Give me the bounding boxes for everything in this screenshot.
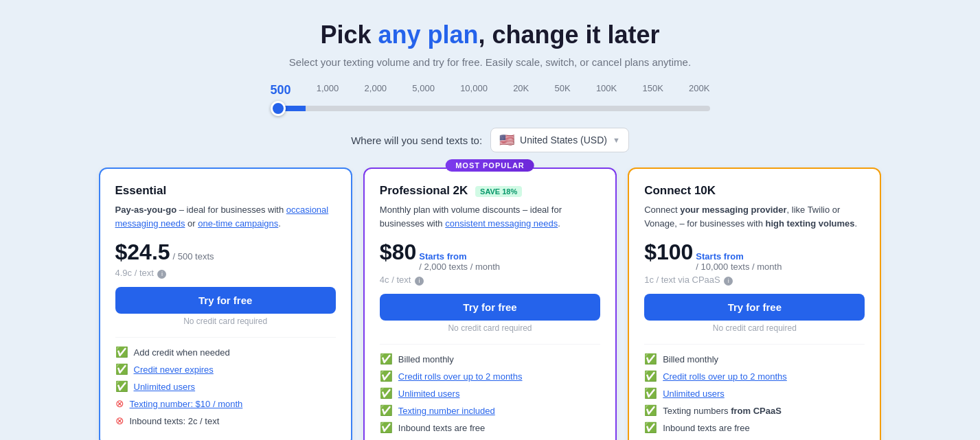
slider-label-5000: 5,000 — [412, 83, 435, 97]
professional-no-credit: No credit card required — [380, 323, 600, 333]
check-icon: ✅ — [115, 380, 128, 393]
essential-price-row: $24.5 / 500 texts — [115, 240, 336, 265]
card-essential-name: Essential — [115, 184, 336, 198]
country-selector[interactable]: 🇺🇸 United States (USD) ▼ — [490, 128, 629, 152]
title-plain: Pick — [320, 21, 378, 49]
professional-price-suffix: Starts from/ 2,000 texts / month — [419, 251, 500, 272]
check-icon: ✅ — [644, 370, 657, 382]
check-icon: ✅ — [644, 404, 657, 417]
cross-icon: ⊗ — [115, 397, 124, 410]
popular-badge: MOST POPULAR — [446, 159, 534, 172]
card-essential-desc: Pay-as-you-go – ideal for businesses wit… — [115, 203, 336, 230]
feature-label: Unlimited users — [663, 389, 725, 399]
check-icon: ✅ — [644, 421, 657, 434]
feature-credit-rolls: ✅ Credit rolls over up to 2 months — [380, 370, 600, 382]
title-highlight: any plan — [378, 21, 478, 49]
feature-label: Texting number included — [398, 406, 495, 416]
slider-label-20k: 20K — [513, 83, 529, 97]
page-title: Pick any plan, change it later — [320, 21, 659, 49]
feature-billed-monthly: ✅ Billed monthly — [380, 353, 600, 365]
connect-no-credit: No credit card required — [644, 323, 865, 333]
slider-label-2000: 2,000 — [365, 83, 387, 97]
essential-try-button[interactable]: Try for free — [115, 287, 336, 314]
feature-inbound-texts: ⊗ Inbound texts: 2c / text — [115, 415, 336, 427]
info-icon[interactable]: i — [157, 270, 166, 279]
destination-row: Where will you send texts to: 🇺🇸 United … — [351, 128, 629, 152]
feature-label: Unlimited users — [134, 382, 196, 392]
card-professional: MOST POPULAR Professional 2K SAVE 18% Mo… — [363, 167, 617, 440]
check-icon: ✅ — [380, 421, 393, 434]
info-icon[interactable]: i — [415, 277, 424, 286]
slider-label-100k: 100K — [596, 83, 617, 97]
slider-label-150k: 150K — [642, 83, 663, 97]
slider-label-500: 500 — [271, 83, 291, 97]
feature-unlimited-users: ✅ Unlimited users — [644, 387, 865, 400]
connect-price: $100 — [644, 240, 693, 265]
pricing-cards: Essential Pay-as-you-go – ideal for busi… — [99, 167, 882, 440]
check-icon: ✅ — [644, 387, 657, 400]
essential-price-suffix: / 500 texts — [173, 251, 214, 262]
feature-inbound-free: ✅ Inbound texts are free — [380, 421, 600, 434]
slider-labels: 500 1,000 2,000 5,000 10,000 20K 50K 100… — [271, 83, 710, 97]
professional-price: $80 — [380, 240, 416, 265]
connect-price-row: $100 Starts from/ 10,000 texts / month — [644, 240, 865, 272]
country-name: United States (USD) — [520, 135, 607, 146]
feature-label: Inbound texts are free — [398, 423, 485, 433]
feature-label: Texting number: $10 / month — [130, 399, 243, 409]
check-icon: ✅ — [115, 346, 128, 358]
feature-label: Inbound texts are free — [663, 423, 749, 433]
feature-texting-numbers-cpaas: ✅ Texting numbers from CPaaS — [644, 404, 865, 417]
save-badge: SAVE 18% — [475, 186, 522, 197]
feature-label: Credit rolls over up to 2 months — [398, 371, 523, 382]
check-icon: ✅ — [380, 353, 393, 365]
feature-label: Credit rolls over up to 2 months — [663, 371, 787, 382]
feature-label: Billed monthly — [663, 354, 718, 364]
check-icon: ✅ — [115, 363, 128, 375]
feature-label: Texting numbers from CPaaS — [663, 406, 782, 416]
divider — [380, 344, 600, 345]
chevron-down-icon: ▼ — [613, 136, 620, 144]
feature-label: Billed monthly — [398, 354, 454, 364]
connect-price-suffix: Starts from/ 10,000 texts / month — [696, 251, 782, 272]
essential-per-text: 4.9c / text i — [115, 268, 336, 279]
check-icon: ✅ — [380, 404, 393, 417]
feature-credit-rolls: ✅ Credit rolls over up to 2 months — [644, 370, 865, 382]
subtitle: Select your texting volume and try for f… — [289, 56, 691, 68]
slider-label-1000: 1,000 — [317, 83, 339, 97]
essential-price: $24.5 — [115, 240, 170, 265]
cross-icon: ⊗ — [115, 415, 124, 427]
feature-texting-number: ⊗ Texting number: $10 / month — [115, 397, 336, 410]
volume-slider[interactable] — [271, 106, 710, 111]
feature-inbound-free: ✅ Inbound texts are free — [644, 421, 865, 434]
check-icon: ✅ — [644, 353, 657, 365]
feature-unlimited-users: ✅ Unlimited users — [380, 387, 600, 400]
feature-label: Credit never expires — [134, 364, 214, 375]
connect-try-button[interactable]: Try for free — [644, 294, 865, 321]
volume-slider-section: 500 1,000 2,000 5,000 10,000 20K 50K 100… — [257, 83, 724, 114]
feature-label: Inbound texts: 2c / text — [130, 416, 220, 426]
professional-try-button[interactable]: Try for free — [380, 294, 600, 321]
slider-label-10000: 10,000 — [460, 83, 488, 97]
card-professional-name: Professional 2K SAVE 18% — [380, 184, 600, 198]
professional-per-text: 4c / text i — [380, 275, 600, 286]
essential-no-credit: No credit card required — [115, 316, 336, 326]
check-icon: ✅ — [380, 387, 393, 400]
card-connect-name: Connect 10K — [644, 184, 865, 198]
feature-unlimited-users: ✅ Unlimited users — [115, 380, 336, 393]
feature-add-credit: ✅ Add credit when needed — [115, 346, 336, 358]
card-essential: Essential Pay-as-you-go – ideal for busi… — [99, 167, 352, 440]
title-rest: , change it later — [479, 21, 660, 49]
destination-label: Where will you send texts to: — [351, 135, 482, 146]
professional-price-row: $80 Starts from/ 2,000 texts / month — [380, 240, 600, 272]
info-icon[interactable]: i — [724, 277, 733, 286]
feature-texting-number-included: ✅ Texting number included — [380, 404, 600, 417]
slider-label-200k: 200K — [689, 83, 709, 97]
flag-icon: 🇺🇸 — [499, 132, 514, 148]
slider-container — [271, 102, 710, 114]
feature-label: Add credit when needed — [134, 347, 230, 358]
feature-label: Unlimited users — [398, 389, 460, 399]
card-connect: Connect 10K Connect your messaging provi… — [628, 167, 881, 440]
card-professional-desc: Monthly plan with volume discounts – ide… — [380, 203, 600, 230]
divider — [644, 344, 865, 345]
divider — [115, 337, 336, 338]
